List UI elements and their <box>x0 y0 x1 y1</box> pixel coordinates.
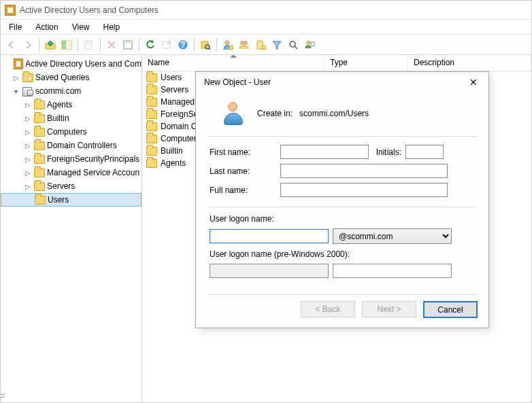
dialog-title: New Object - User <box>204 77 271 87</box>
tree-item-label: Saved Queries <box>35 73 89 82</box>
list-item-name: Computers <box>161 134 201 143</box>
svg-rect-3 <box>66 41 71 49</box>
tree-node-foreign-security[interactable]: ▷ForeignSecurityPrincipals <box>1 152 142 166</box>
cut-icon[interactable] <box>81 37 97 53</box>
properties-icon[interactable] <box>120 37 136 53</box>
logon-pre2000-label: User logon name (pre-Windows 2000): <box>210 249 350 259</box>
find-objects-icon[interactable] <box>285 37 301 53</box>
column-header-type[interactable]: Type <box>325 55 408 71</box>
svg-point-21 <box>290 41 295 47</box>
list-item-name: Servers <box>161 85 188 94</box>
full-name-label: Full name: <box>210 186 280 195</box>
column-header-name[interactable]: Name <box>142 55 325 71</box>
folder-icon <box>34 182 45 191</box>
folder-icon <box>146 110 157 119</box>
folder-icon <box>146 98 157 107</box>
up-level-icon[interactable] <box>42 37 59 53</box>
app-icon <box>5 5 16 16</box>
list-header: Name Type Description <box>142 55 531 71</box>
folder-icon <box>146 86 157 94</box>
back-button[interactable]: < Back <box>301 301 355 317</box>
tree-node-builtin[interactable]: ▷Builtin <box>1 111 142 125</box>
menu-bar: File Action View Help <box>1 20 531 35</box>
tree-node-domain-controllers[interactable]: ▷Domain Controllers <box>1 139 142 152</box>
next-button[interactable]: Next > <box>362 301 416 317</box>
find-icon[interactable] <box>197 37 214 53</box>
menu-file[interactable]: File <box>3 20 27 34</box>
svg-rect-9 <box>163 41 170 48</box>
column-header-description[interactable]: Description <box>408 55 531 71</box>
delete-icon[interactable] <box>103 37 120 53</box>
menu-help[interactable]: Help <box>98 20 126 34</box>
tree-node-agents[interactable]: ▷Agents <box>1 98 142 111</box>
logon-name-label: User logon name: <box>210 214 274 224</box>
tree-saved-queries[interactable]: ▷ Saved Queries <box>1 71 142 84</box>
initials-label: Initials: <box>369 147 405 157</box>
menu-view[interactable]: View <box>67 20 95 34</box>
folder-icon <box>146 73 157 82</box>
refresh-icon[interactable] <box>142 37 159 53</box>
tree-item-label: ForeignSecurityPrincipals <box>47 154 139 164</box>
folder-icon <box>146 122 157 131</box>
svg-point-15 <box>225 41 229 45</box>
tree-item-label: Servers <box>47 181 75 191</box>
last-name-label: Last name: <box>210 167 280 176</box>
full-name-input[interactable] <box>280 183 448 197</box>
cancel-button[interactable]: Cancel <box>423 301 478 318</box>
folder-icon <box>146 147 157 156</box>
toolbar: ? <box>1 35 531 55</box>
svg-point-23 <box>307 41 310 44</box>
folder-icon <box>34 155 45 164</box>
tree-node-computers[interactable]: ▷Computers <box>1 125 142 139</box>
tree-node-servers[interactable]: ▷Servers <box>1 179 142 193</box>
logon-domain-select[interactable]: @scommi.com <box>333 228 452 244</box>
column-label: Name <box>148 58 169 67</box>
create-in-path: scommi.com/Users <box>299 109 369 118</box>
back-icon[interactable] <box>3 37 20 53</box>
menu-action[interactable]: Action <box>30 20 63 34</box>
svg-point-16 <box>229 46 233 50</box>
splitter-handle[interactable]: ⟩⟩ <box>1 393 7 398</box>
title-bar: Active Directory Users and Computers <box>1 1 531 20</box>
export-list-icon[interactable] <box>159 37 175 53</box>
tree-item-label: Domain Controllers <box>47 141 117 150</box>
forward-icon[interactable] <box>20 37 36 53</box>
aduc-icon <box>14 58 24 69</box>
show-hide-tree-icon[interactable] <box>59 37 75 53</box>
user-icon <box>222 102 245 125</box>
tree-domain[interactable]: ▾ scommi.com <box>1 84 142 98</box>
tree-item-label: Agents <box>47 100 72 109</box>
logon-name-input[interactable] <box>210 229 329 243</box>
dialog-title-bar: New Object - User ✕ <box>196 72 488 92</box>
filter-icon[interactable] <box>269 37 285 53</box>
initials-input[interactable] <box>405 145 444 159</box>
tree-pane[interactable]: Active Directory Users and Com ▷ Saved Q… <box>1 55 142 402</box>
folder-icon <box>34 101 45 109</box>
add-to-group-icon[interactable] <box>301 37 318 53</box>
tree-item-label: Computers <box>47 127 87 137</box>
svg-text:?: ? <box>180 40 185 50</box>
last-name-input[interactable] <box>280 164 448 178</box>
new-ou-icon[interactable] <box>252 37 269 53</box>
close-button[interactable]: ✕ <box>464 74 483 90</box>
svg-rect-2 <box>62 41 66 49</box>
window-title: Active Directory Users and Computers <box>20 5 159 15</box>
first-name-label: First name: <box>210 147 280 157</box>
list-item-name: Builtin <box>161 146 183 156</box>
logon-pre2000-domain-input <box>210 264 329 278</box>
logon-pre2000-user-input[interactable] <box>333 264 452 278</box>
tree-root-label: Active Directory Users and Com <box>25 59 142 69</box>
svg-line-22 <box>295 46 297 49</box>
tree-item-label: scommi.com <box>35 86 81 96</box>
new-object-user-dialog: New Object - User ✕ Create in: scommi.co… <box>195 71 489 328</box>
folder-icon <box>34 169 45 177</box>
folder-icon <box>146 135 157 143</box>
tree-node-users[interactable]: ▷Users <box>1 193 142 207</box>
first-name-input[interactable] <box>280 145 369 159</box>
tree-root[interactable]: Active Directory Users and Com <box>1 57 142 71</box>
new-group-icon[interactable] <box>236 37 252 53</box>
new-user-icon[interactable] <box>220 37 236 53</box>
svg-point-17 <box>241 41 244 44</box>
tree-node-managed-service[interactable]: ▷Managed Service Accoun <box>1 166 142 179</box>
help-icon[interactable]: ? <box>175 37 191 53</box>
